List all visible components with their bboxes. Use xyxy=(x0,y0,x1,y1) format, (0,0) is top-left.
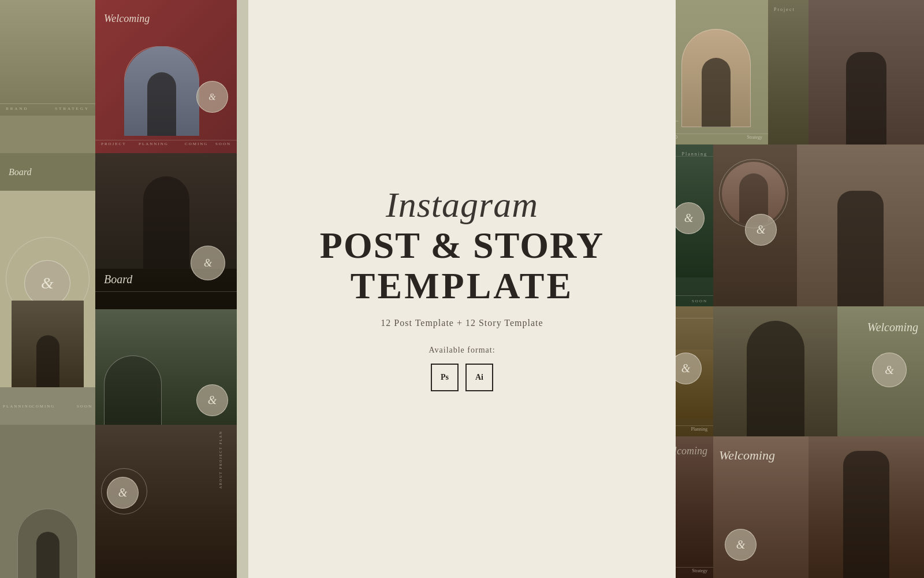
rb2-strategy: Strategy xyxy=(692,568,707,573)
thumb-left-col1-row2 xyxy=(0,116,95,153)
thumb-left-col1-row4: & xyxy=(0,191,95,387)
frbb-welcoming: Welcoming xyxy=(719,448,775,463)
thumb-left-col1-row6 xyxy=(0,425,95,578)
card-label: strategy xyxy=(55,106,90,111)
stamp-welcoming: & xyxy=(196,81,228,113)
thumb-concept-right: Project Concept xyxy=(768,0,924,144)
format-badges: Ps Ai xyxy=(320,364,604,391)
soon-rm: SOON xyxy=(692,299,707,303)
stamp-frm: & xyxy=(745,214,777,246)
coming-label2: COMING xyxy=(185,142,208,146)
center-content: Instagram POST & STORY TEMPLATE 12 Post … xyxy=(297,164,627,415)
card-board-label: Board xyxy=(9,167,31,177)
ps-badge: Ps xyxy=(431,364,459,391)
thumb-welcoming-red: Welcoming & PROJECT planning COMING soon xyxy=(95,0,237,153)
thumb-project-mid: & xyxy=(95,309,237,425)
soon-label: Soon xyxy=(77,404,92,409)
thumb-trustworthy-right: & xyxy=(713,144,924,306)
thumb-bottom-left: & ABOUT PROJECT PLAN xyxy=(95,425,237,578)
strategy-bottom: Strategy xyxy=(747,135,762,140)
stamp-project: & xyxy=(196,384,228,416)
soon-label2: soon xyxy=(215,142,231,146)
project-top-right: Project xyxy=(774,7,795,12)
stamp-board: & xyxy=(191,246,225,280)
title-instagram: Instagram xyxy=(320,187,604,223)
stamp-frbb: & xyxy=(725,529,757,561)
thumb-left-col1-row1: brand strategy xyxy=(0,0,95,116)
project-label: PROJECT xyxy=(101,142,126,146)
card-label: brand xyxy=(6,106,29,111)
thumb-left-col1-row5: Planning COMING Soon xyxy=(0,387,95,425)
ai-badge: Ai xyxy=(465,364,493,391)
about-label: ABOUT PROJECT PLAN xyxy=(219,431,222,488)
title-template: TEMPLATE xyxy=(320,266,604,306)
thumb-left-col1-row3: Board xyxy=(0,153,95,191)
stamp-frb: & xyxy=(872,353,907,387)
subtitle: 12 Post Template + 12 Story Template xyxy=(320,318,604,328)
planning-label2: planning xyxy=(139,142,169,146)
rb-planning: Planning xyxy=(691,427,707,432)
coming-label: COMING xyxy=(32,404,55,409)
thumb-welcoming-right-mid: Welcoming & xyxy=(713,306,924,436)
welcoming-title: Welcoming xyxy=(104,13,150,25)
available-format-label: Available format: xyxy=(320,346,604,355)
stamp-rm: & xyxy=(673,202,705,234)
center-panel: Instagram POST & STORY TEMPLATE 12 Post … xyxy=(248,0,676,578)
thumb-welcoming-far-right-bottom: Welcoming & xyxy=(713,436,924,578)
board-title: Board xyxy=(104,273,132,286)
title-post-story: POST & STORY xyxy=(320,225,604,266)
planning-label: Planning xyxy=(3,404,33,409)
thumb-board-dark: & Board xyxy=(95,153,237,309)
frb-welcoming: Welcoming xyxy=(867,321,918,334)
